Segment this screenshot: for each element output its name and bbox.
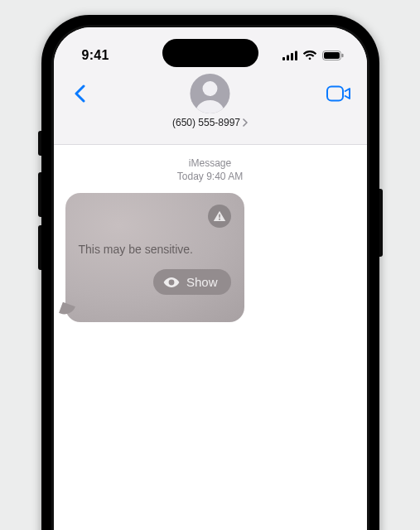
- chevron-right-icon: [242, 118, 248, 127]
- svg-rect-2: [291, 53, 293, 60]
- service-label: iMessage: [65, 157, 355, 170]
- thread-meta: iMessage Today 9:40 AM: [65, 157, 355, 183]
- dynamic-island: [162, 39, 258, 67]
- person-silhouette-icon: [191, 74, 230, 113]
- thread-timestamp: Today 9:40 AM: [65, 170, 355, 183]
- svg-rect-5: [324, 52, 340, 59]
- battery-icon: [322, 51, 344, 60]
- incoming-message: This may be sensitive. Show: [65, 193, 244, 322]
- warning-icon: [213, 210, 226, 222]
- conversation-header: (650) 555-8997: [54, 72, 367, 145]
- show-button[interactable]: Show: [153, 269, 231, 295]
- bezel: 9:41: [51, 25, 369, 530]
- contact-info[interactable]: (650) 555-8997: [172, 74, 248, 128]
- side-button: [379, 189, 383, 257]
- svg-point-10: [219, 219, 220, 220]
- show-button-label: Show: [186, 275, 218, 289]
- svg-point-8: [203, 81, 218, 96]
- iphone-device-frame: 9:41: [41, 15, 379, 530]
- cellular-icon: [282, 51, 297, 60]
- warning-badge: [208, 205, 231, 228]
- contact-avatar: [191, 74, 230, 113]
- svg-rect-0: [282, 57, 285, 60]
- message-thread: iMessage Today 9:40 AM This may be sensi…: [54, 145, 367, 530]
- volume-up-button: [38, 172, 41, 217]
- status-time: 9:41: [82, 48, 109, 63]
- status-icons: [282, 51, 344, 60]
- svg-rect-3: [295, 51, 297, 61]
- eye-icon: [163, 277, 180, 288]
- sensitive-warning-text: This may be sensitive.: [79, 243, 231, 256]
- svg-rect-1: [287, 55, 289, 61]
- svg-rect-9: [219, 214, 220, 219]
- video-icon: [326, 85, 351, 102]
- wifi-icon: [302, 51, 317, 60]
- chevron-left-icon: [74, 84, 85, 103]
- volume-down-button: [38, 225, 41, 270]
- back-button[interactable]: [65, 80, 94, 108]
- screen: 9:41: [54, 27, 367, 530]
- svg-rect-7: [327, 87, 343, 101]
- contact-number: (650) 555-8997: [172, 117, 240, 128]
- facetime-button[interactable]: [322, 80, 355, 108]
- svg-point-11: [169, 279, 175, 285]
- sensitive-content-bubble: This may be sensitive. Show: [65, 193, 244, 322]
- svg-rect-6: [341, 54, 343, 58]
- silent-switch: [38, 131, 41, 156]
